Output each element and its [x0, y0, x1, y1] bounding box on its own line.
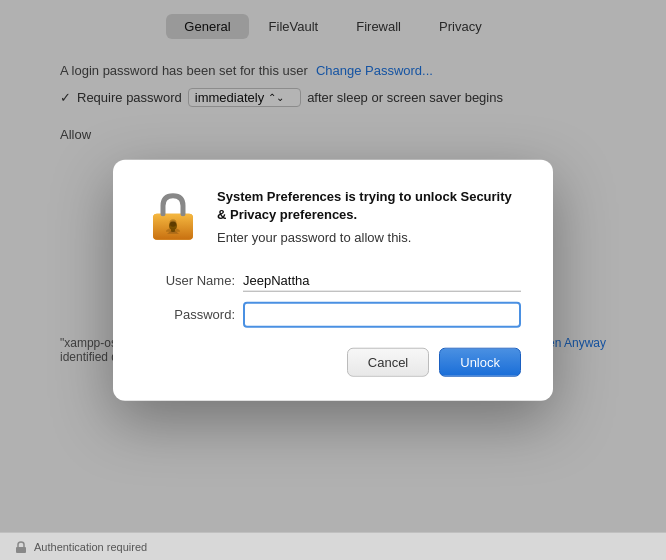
- cancel-button[interactable]: Cancel: [347, 347, 429, 376]
- username-value: JeepNattha: [243, 269, 521, 291]
- username-label: User Name:: [145, 273, 235, 288]
- unlock-dialog: System Preferences is trying to unlock S…: [113, 160, 553, 401]
- password-input[interactable]: [243, 301, 521, 327]
- dialog-text-block: System Preferences is trying to unlock S…: [217, 188, 521, 248]
- lock-icon: [145, 188, 201, 244]
- password-label: Password:: [145, 307, 235, 322]
- dialog-title: System Preferences is trying to unlock S…: [217, 188, 521, 224]
- bottom-lock-icon: [14, 540, 28, 554]
- bottom-text: Authentication required: [34, 541, 147, 553]
- dialog-buttons: Cancel Unlock: [145, 347, 521, 376]
- dialog-subtitle: Enter your password to allow this.: [217, 229, 521, 247]
- bottom-bar: Authentication required: [0, 532, 666, 560]
- username-row: User Name: JeepNattha: [145, 269, 521, 291]
- dialog-header: System Preferences is trying to unlock S…: [145, 188, 521, 248]
- svg-rect-6: [16, 547, 26, 553]
- svg-point-5: [170, 219, 177, 226]
- unlock-button[interactable]: Unlock: [439, 347, 521, 376]
- password-row: Password:: [145, 301, 521, 327]
- dialog-fields: User Name: JeepNattha Password:: [145, 269, 521, 327]
